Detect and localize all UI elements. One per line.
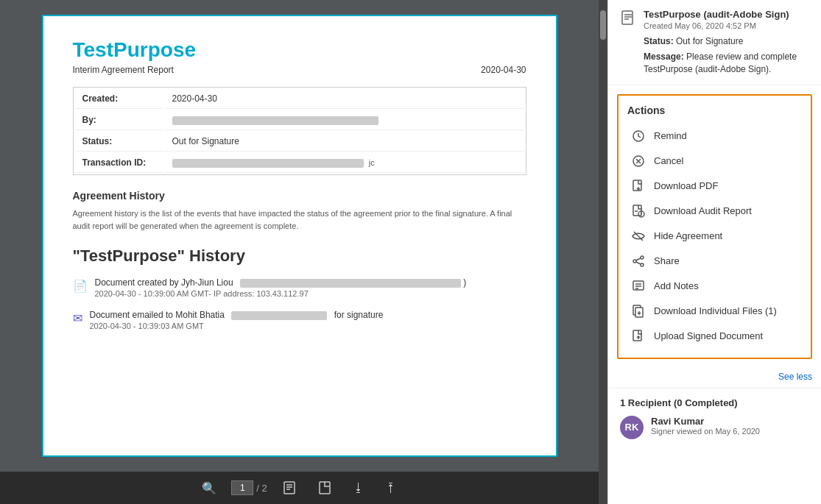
download-button[interactable]: ⭳	[347, 478, 370, 497]
download-audit-icon	[630, 203, 646, 219]
share-icon	[630, 253, 646, 269]
doc-icon-top	[620, 10, 636, 30]
doc-date: 2020-04-30	[481, 65, 526, 75]
actions-panel: Actions Remind	[617, 94, 812, 359]
right-header: TestPurpose (audit-Adobe Sign) Created M…	[608, 0, 821, 85]
download-files-icon	[630, 303, 646, 319]
svg-line-25	[636, 262, 641, 264]
doc-toolbar: 🔍 / 2 ⭳ ⭱	[0, 472, 599, 504]
upload-button[interactable]: ⭱	[379, 478, 403, 497]
action-download-audit-label: Download Audit Report	[654, 205, 752, 216]
doc-scroll-area[interactable]: TestPurpose Interim Agreement Report 202…	[0, 0, 599, 472]
recipients-section: 1 Recipient (0 Completed) RK Ravi Kumar …	[608, 388, 821, 448]
recipient-status-0: Signer viewed on May 6, 2020	[651, 427, 760, 436]
created-label: Created:	[75, 89, 163, 109]
by-value	[165, 110, 524, 130]
history-item-0-text: Document created by Jyh-Jiun Liou )	[95, 277, 467, 288]
history-item-1-date: 2020-04-30 - 10:39:03 AM GMT	[90, 322, 384, 330]
transaction-value: jc	[165, 153, 524, 173]
cancel-icon	[630, 153, 646, 169]
svg-line-24	[636, 258, 641, 260]
recipient-info-0: Ravi Kumar Signer viewed on May 6, 2020	[651, 416, 760, 436]
recipient-avatar-0: RK	[620, 416, 644, 439]
action-hide[interactable]: Hide Agreement	[627, 224, 802, 249]
see-less-container: See less	[608, 368, 821, 388]
svg-point-23	[633, 260, 636, 263]
action-hide-label: Hide Agreement	[654, 230, 722, 241]
history-item-1: ✉ Document emailed to Mohit Bhatia for s…	[73, 310, 526, 330]
recipients-title: 1 Recipient (0 Completed)	[620, 397, 809, 408]
doc-subtitle: Interim Agreement Report	[73, 65, 174, 75]
svg-point-21	[641, 256, 644, 259]
history-item-0: 📄 Document created by Jyh-Jiun Liou ) 20…	[73, 277, 526, 298]
doc-page: TestPurpose Interim Agreement Report 202…	[42, 15, 557, 457]
history-item-1-content: Document emailed to Mohit Bhatia for sig…	[90, 310, 384, 330]
history-doc-icon: 📄	[73, 279, 88, 293]
action-cancel-label: Cancel	[654, 155, 683, 166]
action-download-files-label: Download Individual Files (1)	[654, 305, 777, 316]
scroll-thumb	[600, 10, 606, 40]
action-download-files[interactable]: Download Individual Files (1)	[627, 299, 802, 324]
agreement-history-text: Agreement history is the list of the eve…	[73, 207, 526, 232]
recipient-item-0: RK Ravi Kumar Signer viewed on May 6, 20…	[620, 416, 809, 439]
action-download-pdf[interactable]: Download PDF	[627, 174, 802, 199]
hide-icon	[630, 228, 646, 244]
right-header-info: TestPurpose (audit-Adobe Sign) Created M…	[644, 9, 809, 76]
created-value: 2020-04-30	[165, 89, 524, 109]
history-item-0-content: Document created by Jyh-Jiun Liou ) 2020…	[95, 277, 467, 298]
doc-info-table: Created: 2020-04-30 By: Status: Out for …	[73, 87, 526, 175]
action-share[interactable]: Share	[627, 249, 802, 274]
right-panel: TestPurpose (audit-Adobe Sign) Created M…	[607, 0, 821, 504]
action-upload-signed-label: Upload Signed Document	[654, 330, 763, 341]
status-value: Out for Signature	[165, 132, 524, 152]
action-notes[interactable]: Add Notes	[627, 274, 802, 299]
by-label: By:	[75, 110, 163, 130]
right-header-title: TestPurpose (audit-Adobe Sign)	[644, 9, 809, 20]
svg-rect-15	[633, 205, 641, 216]
action-remind-label: Remind	[654, 130, 687, 141]
svg-rect-33	[633, 330, 641, 341]
agreement-history-title: Agreement History	[73, 190, 526, 202]
action-cancel[interactable]: Cancel	[627, 149, 802, 174]
upload-signed-icon	[630, 328, 646, 344]
action-notes-label: Add Notes	[654, 280, 699, 291]
doc-alt-btn[interactable]	[311, 478, 338, 498]
search-button[interactable]: 🔍	[196, 478, 222, 498]
doc-viewer: TestPurpose Interim Agreement Report 202…	[0, 0, 599, 504]
history-title: "TestPurpose" History	[73, 246, 526, 266]
notes-icon	[630, 278, 646, 294]
message-label-right: Message:	[644, 52, 684, 62]
see-less-link[interactable]: See less	[778, 372, 812, 382]
transaction-suffix: jc	[369, 158, 375, 167]
history-item-0-date: 2020-04-30 - 10:39:00 AM GMT- IP address…	[95, 289, 467, 298]
doc-subtitle-row: Interim Agreement Report 2020-04-30	[73, 65, 526, 75]
page-nav: / 2	[231, 480, 267, 495]
transaction-redacted	[172, 159, 364, 168]
status-label: Status:	[75, 132, 163, 152]
page-separator: / 2	[256, 483, 267, 494]
page-input[interactable]	[231, 480, 253, 495]
right-header-date: Created May 06, 2020 4:52 PM	[644, 21, 809, 30]
svg-rect-5	[622, 11, 633, 24]
action-download-pdf-label: Download PDF	[654, 180, 718, 191]
transaction-label: Transaction ID:	[75, 153, 163, 173]
actions-title: Actions	[627, 104, 802, 116]
status-label-right: Status:	[644, 36, 674, 46]
status-value-right: Out for Signature	[676, 36, 743, 46]
svg-point-22	[641, 263, 644, 266]
remind-icon	[630, 128, 646, 144]
doc-upload-icon-btn[interactable]	[276, 478, 303, 498]
action-download-audit[interactable]: Download Audit Report	[627, 199, 802, 224]
action-remind[interactable]: Remind	[627, 124, 802, 149]
svg-rect-0	[284, 482, 295, 494]
download-pdf-icon	[630, 178, 646, 194]
action-upload-signed[interactable]: Upload Signed Document	[627, 324, 802, 349]
history-item-1-text: Document emailed to Mohit Bhatia for sig…	[90, 310, 384, 320]
right-message-row: Message: Please review and complete Test…	[644, 51, 809, 76]
action-share-label: Share	[654, 255, 680, 266]
by-redacted	[172, 116, 378, 125]
doc-title: TestPurpose	[73, 38, 526, 62]
right-status-row: Status: Out for Signature	[644, 36, 809, 46]
scroll-indicator	[599, 0, 607, 504]
recipient-name-0: Ravi Kumar	[651, 416, 760, 427]
